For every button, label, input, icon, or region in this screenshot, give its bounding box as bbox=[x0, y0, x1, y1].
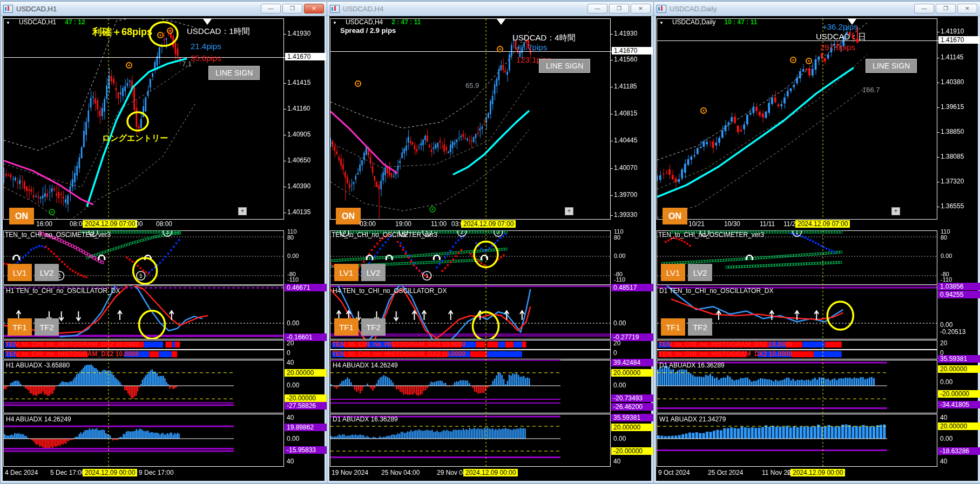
lv1-button[interactable]: LV1 bbox=[8, 264, 32, 281]
close-icon[interactable]: ✕ bbox=[631, 4, 651, 13]
line-sign-button[interactable]: LINE SIGN bbox=[866, 59, 917, 73]
on-button[interactable]: ON bbox=[663, 208, 687, 224]
tf2-button[interactable]: TF2 bbox=[688, 318, 712, 336]
window-title: USDCAD,Daily bbox=[670, 5, 717, 13]
lv2-button[interactable]: LV2 bbox=[361, 264, 386, 281]
chart-icon bbox=[330, 5, 340, 13]
maximize-icon[interactable]: ❐ bbox=[609, 4, 629, 13]
chart-shift-icon[interactable]: + bbox=[891, 207, 900, 215]
window-title: USDCAD,H4 bbox=[343, 5, 383, 13]
lv1-button[interactable]: LV1 bbox=[661, 264, 685, 281]
on-button[interactable]: ON bbox=[336, 208, 361, 224]
lv1-button[interactable]: LV1 bbox=[334, 264, 359, 281]
window-titlebar[interactable]: USDCAD,Daily — ❐ ✕ bbox=[654, 2, 980, 16]
chart-canvas-daily[interactable] bbox=[654, 2, 980, 483]
minimize-icon[interactable]: — bbox=[261, 4, 281, 13]
chart-canvas-h4[interactable] bbox=[327, 2, 653, 483]
chart-window-usdcad-h4: USDCAD,H4 — ❐ ✕ ▼ USDCAD,H4 2 : 47 : 11 … bbox=[327, 1, 654, 483]
minimize-icon[interactable]: — bbox=[587, 4, 607, 13]
tf1-button[interactable]: TF1 bbox=[8, 318, 32, 336]
window-title: USDCAD,H1 bbox=[16, 5, 57, 13]
close-icon[interactable]: ✕ bbox=[304, 4, 324, 13]
chart-icon bbox=[657, 5, 666, 13]
tf1-button[interactable]: TF1 bbox=[334, 318, 359, 336]
on-button[interactable]: ON bbox=[9, 208, 34, 224]
close-icon[interactable]: ✕ bbox=[957, 4, 977, 13]
line-sign-button[interactable]: LINE SIGN bbox=[539, 59, 590, 73]
chart-window-usdcad-h1: USDCAD,H1 — ❐ ✕ ▼ USDCAD,H1 47 : 12 利確＋6… bbox=[0, 1, 327, 483]
maximize-icon[interactable]: ❐ bbox=[936, 4, 956, 13]
lv2-button[interactable]: LV2 bbox=[688, 264, 712, 281]
chart-shift-icon[interactable]: + bbox=[238, 207, 247, 215]
maximize-icon[interactable]: ❐ bbox=[282, 4, 302, 13]
chart-icon bbox=[3, 5, 13, 13]
window-titlebar[interactable]: USDCAD,H4 — ❐ ✕ bbox=[327, 2, 653, 16]
chart-shift-icon[interactable]: + bbox=[565, 207, 573, 215]
tf2-button[interactable]: TF2 bbox=[361, 318, 386, 336]
line-sign-button[interactable]: LINE SIGN bbox=[208, 66, 260, 80]
chart-canvas-h1[interactable] bbox=[1, 2, 327, 483]
lv2-button[interactable]: LV2 bbox=[35, 264, 59, 281]
tf1-button[interactable]: TF1 bbox=[661, 318, 685, 336]
minimize-icon[interactable]: — bbox=[914, 4, 934, 13]
tf2-button[interactable]: TF2 bbox=[35, 318, 59, 336]
chart-window-usdcad-daily: USDCAD,Daily — ❐ ✕ ▼ USDCAD,Daily 10 : 4… bbox=[653, 1, 980, 483]
window-titlebar[interactable]: USDCAD,H1 — ❐ ✕ bbox=[1, 2, 327, 16]
